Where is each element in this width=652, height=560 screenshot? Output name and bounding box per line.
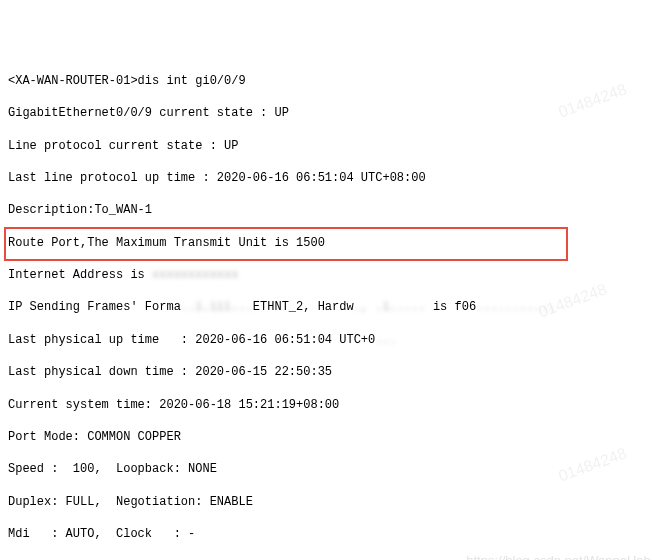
mtu: Route Port,The Maximum Transmit Unit is …	[8, 235, 652, 251]
redacted-mac: ...........	[476, 300, 555, 314]
line-protocol-state: Line protocol current state : UP	[8, 138, 652, 154]
physical-down-time: Last physical down time : 2020-06-15 22:…	[8, 364, 652, 380]
redacted: ..i.iii...	[181, 300, 253, 314]
speed-loopback: Speed : 100, Loopback: NONE	[8, 461, 652, 477]
mdi-clock: Mdi : AUTO, Clock : -	[8, 526, 652, 542]
terminal-prompt: <XA-WAN-ROUTER-01>dis int gi0/0/9	[8, 73, 652, 89]
duplex-negotiation: Duplex: FULL, Negotiation: ENABLE	[8, 494, 652, 510]
physical-up-time: Last physical up time : 2020-06-16 06:51…	[8, 332, 652, 348]
watermark-url: https://blog.csdn.net/WannaHaha	[466, 552, 652, 560]
redacted-ip: xxxxxxxxxxxx	[152, 268, 238, 282]
redacted: ., .i.....	[354, 300, 426, 314]
redacted: ...	[375, 333, 397, 347]
internet-address: Internet Address is xxxxxxxxxxxx	[8, 267, 652, 283]
system-time: Current system time: 2020-06-18 15:21:19…	[8, 397, 652, 413]
last-up-time: Last line protocol up time : 2020-06-16 …	[8, 170, 652, 186]
port-mode: Port Mode: COMMON COPPER	[8, 429, 652, 445]
frame-format: IP Sending Frames' Forma..i.iii...ETHNT_…	[8, 299, 652, 315]
description: Description:To_WAN-1	[8, 202, 652, 218]
interface-state: GigabitEthernet0/0/9 current state : UP	[8, 105, 652, 121]
